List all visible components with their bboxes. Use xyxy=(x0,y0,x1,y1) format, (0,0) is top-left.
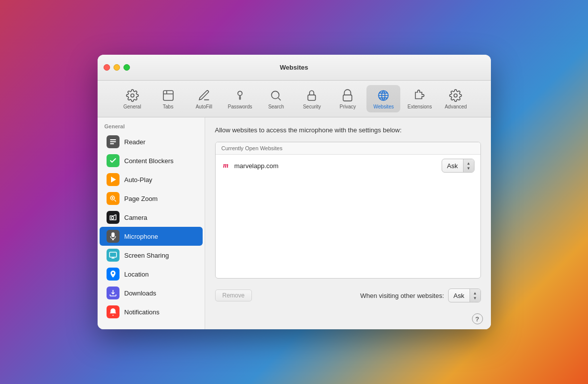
toolbar-item-security[interactable]: Security xyxy=(295,85,329,112)
sidebar-item-downloads[interactable]: Downloads xyxy=(100,284,203,302)
svg-rect-5 xyxy=(344,95,352,101)
websites-table: Currently Open Websites m marvelapp.com … xyxy=(215,142,481,279)
sidebar-item-label-location: Location xyxy=(124,271,149,278)
toolbar-item-tabs[interactable]: Tabs xyxy=(151,85,185,112)
sidebar-item-label-camera: Camera xyxy=(124,214,147,221)
location-icon xyxy=(107,268,119,281)
sidebar-item-label-notifications: Notifications xyxy=(124,308,160,316)
svg-rect-14 xyxy=(112,233,114,237)
help-area: ? xyxy=(205,311,491,329)
toolbar-item-extensions[interactable]: Extensions xyxy=(402,85,437,112)
sidebar-item-label-page-zoom: Page Zoom xyxy=(124,195,158,202)
sidebar-item-auto-play[interactable]: Auto-Play xyxy=(100,170,203,189)
sidebar-item-notifications[interactable]: Notifications xyxy=(100,302,203,321)
toolbar-item-websites[interactable]: Websites xyxy=(366,85,400,112)
table-body: m marvelapp.com Ask ▲ ▼ xyxy=(216,155,480,278)
toolbar-label-tabs: Tabs xyxy=(163,104,173,109)
sidebar-item-label-screen-sharing: Screen Sharing xyxy=(124,252,169,259)
main-content: General Reader Content Blocke xyxy=(98,117,491,329)
page-zoom-icon xyxy=(107,192,119,205)
sidebar-item-label-reader: Reader xyxy=(124,138,146,146)
svg-point-0 xyxy=(130,94,134,97)
svg-point-7 xyxy=(454,94,458,97)
toolbar-label-privacy: Privacy xyxy=(340,104,356,109)
camera-icon xyxy=(107,211,119,224)
site-name: marvelapp.com xyxy=(235,162,442,170)
svg-point-13 xyxy=(111,217,114,219)
svg-marker-11 xyxy=(111,177,116,183)
svg-rect-4 xyxy=(308,95,316,100)
sidebar-item-page-zoom[interactable]: Page Zoom xyxy=(100,189,203,208)
settings-window: Websites General Tabs xyxy=(98,55,491,329)
sidebar-item-label-content-blockers: Content Blockers xyxy=(124,157,174,165)
sidebar-item-microphone[interactable]: Microphone xyxy=(100,227,203,246)
toolbar-label-passwords: Passwords xyxy=(228,104,252,109)
toolbar-label-autofill: AutoFill xyxy=(196,104,212,109)
panel-description: Allow websites to access the microphone … xyxy=(215,126,481,134)
toolbar-item-advanced[interactable]: Advanced xyxy=(439,85,472,112)
visit-other-container: When visiting other websites: Ask ▲ ▼ xyxy=(360,288,480,302)
maximize-button[interactable] xyxy=(123,64,130,71)
privacy-icon xyxy=(340,88,355,103)
svg-point-2 xyxy=(238,91,242,96)
toolbar-item-privacy[interactable]: Privacy xyxy=(331,85,364,112)
visit-other-arrows[interactable]: ▲ ▼ xyxy=(470,289,480,302)
toolbar-label-extensions: Extensions xyxy=(407,104,432,109)
tabs-icon xyxy=(161,88,176,103)
help-button[interactable]: ? xyxy=(472,313,483,324)
sidebar: General Reader Content Blocke xyxy=(98,117,205,329)
search-icon xyxy=(268,88,283,103)
visit-other-select[interactable]: Ask ▲ ▼ xyxy=(448,288,481,302)
sidebar-item-screen-sharing[interactable]: Screen Sharing xyxy=(100,246,203,265)
svg-rect-1 xyxy=(163,91,173,100)
visit-other-label: When visiting other websites: xyxy=(360,292,444,299)
content-blockers-icon xyxy=(107,154,119,167)
sidebar-item-label-downloads: Downloads xyxy=(124,289,156,297)
permission-value: Ask xyxy=(442,161,463,171)
downloads-icon xyxy=(107,287,119,299)
toolbar-item-passwords[interactable]: Passwords xyxy=(223,85,257,112)
titlebar: Websites xyxy=(98,55,491,81)
sidebar-item-location[interactable]: Location xyxy=(100,265,203,284)
right-panel: Allow websites to access the microphone … xyxy=(205,117,491,311)
screen-sharing-icon xyxy=(107,249,119,262)
bottom-bar: Remove When visiting other websites: Ask… xyxy=(215,285,481,304)
toolbar-item-general[interactable]: General xyxy=(116,85,149,112)
sidebar-item-content-blockers[interactable]: Content Blockers xyxy=(100,151,203,170)
svg-rect-8 xyxy=(110,139,116,140)
sidebar-item-reader[interactable]: Reader xyxy=(100,132,203,151)
toolbar-label-general: General xyxy=(123,104,141,109)
window-title: Websites xyxy=(280,64,308,71)
remove-button[interactable]: Remove xyxy=(215,289,252,301)
table-row: m marvelapp.com Ask ▲ ▼ xyxy=(216,155,480,177)
auto-play-icon xyxy=(107,173,119,186)
close-button[interactable] xyxy=(104,64,110,71)
permission-arrows[interactable]: ▲ ▼ xyxy=(463,159,474,172)
reader-icon xyxy=(107,135,119,148)
table-header: Currently Open Websites xyxy=(216,142,480,155)
toolbar-item-autofill[interactable]: AutoFill xyxy=(187,85,221,112)
security-icon xyxy=(304,88,319,103)
autofill-icon xyxy=(197,88,212,103)
permission-select[interactable]: Ask ▲ ▼ xyxy=(442,159,474,173)
traffic-lights xyxy=(104,64,130,71)
sidebar-item-label-microphone: Microphone xyxy=(124,233,158,240)
sidebar-item-camera[interactable]: Camera xyxy=(100,208,203,227)
advanced-icon xyxy=(448,88,463,103)
svg-rect-10 xyxy=(110,143,114,144)
general-icon xyxy=(125,88,140,103)
toolbar: General Tabs AutoFill xyxy=(98,81,491,117)
sidebar-item-label-auto-play: Auto-Play xyxy=(124,176,152,184)
minimize-button[interactable] xyxy=(114,64,120,71)
notifications-icon xyxy=(107,305,119,318)
toolbar-label-websites: Websites xyxy=(373,104,394,109)
sidebar-section-general: General xyxy=(98,121,205,132)
svg-rect-15 xyxy=(110,252,117,257)
microphone-icon xyxy=(107,230,119,243)
svg-point-3 xyxy=(272,91,279,98)
passwords-icon xyxy=(233,88,247,103)
svg-rect-9 xyxy=(110,141,116,142)
toolbar-label-search: Search xyxy=(268,104,284,109)
toolbar-item-search[interactable]: Search xyxy=(259,85,293,112)
visit-other-value: Ask xyxy=(449,290,470,301)
